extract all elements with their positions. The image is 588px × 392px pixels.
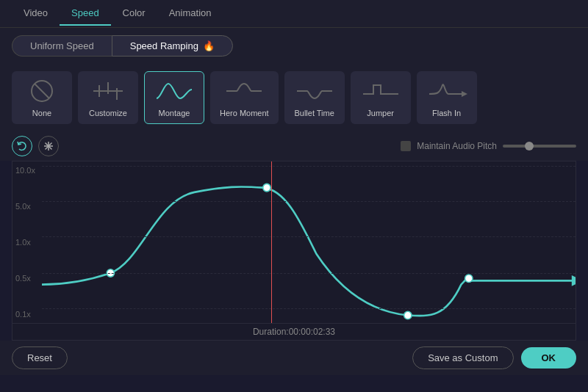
y-label-01: 0.1x bbox=[15, 310, 39, 319]
svg-point-13 bbox=[263, 184, 270, 191]
preset-hero-icon bbox=[223, 78, 265, 104]
preset-jumper-icon bbox=[360, 78, 401, 104]
svg-marker-6 bbox=[462, 91, 467, 97]
ok-button[interactable]: OK bbox=[521, 347, 577, 369]
preset-customize-icon bbox=[87, 78, 129, 104]
y-label-05: 0.5x bbox=[15, 274, 39, 283]
audio-pitch-label: Maintain Audio Pitch bbox=[417, 141, 497, 151]
preset-hero[interactable]: Hero Moment bbox=[210, 71, 279, 124]
save-custom-button[interactable]: Save as Custom bbox=[412, 346, 513, 369]
preset-flashin[interactable]: Flash In bbox=[417, 71, 477, 124]
freeze-icon[interactable] bbox=[38, 136, 59, 156]
preset-jumper-label: Jumper bbox=[367, 109, 394, 117]
preset-customize-label: Customize bbox=[89, 109, 127, 117]
top-nav: Video Speed Color Animation bbox=[0, 0, 588, 28]
preset-none-label: None bbox=[32, 109, 51, 117]
controls-bar: Maintain Audio Pitch bbox=[0, 131, 588, 161]
tab-video[interactable]: Video bbox=[12, 1, 60, 26]
audio-pitch-control: Maintain Audio Pitch bbox=[401, 141, 576, 151]
audio-pitch-slider[interactable] bbox=[503, 145, 576, 148]
chart-container: 10.0x 5.0x 1.0x 0.5x 0.1x bbox=[12, 161, 576, 324]
svg-point-14 bbox=[404, 311, 412, 319]
preset-flashin-icon bbox=[426, 78, 467, 104]
presets-row: None Customize Montage Hero Moment Bulle… bbox=[0, 64, 588, 131]
playhead-line bbox=[271, 161, 272, 323]
speed-ramping-label: Speed Ramping bbox=[130, 40, 198, 51]
y-label-1: 1.0x bbox=[15, 238, 39, 247]
preset-bullet-label: Bullet Time bbox=[294, 109, 334, 117]
grid-line-3 bbox=[42, 236, 576, 237]
bottom-bar: Reset Save as Custom OK bbox=[0, 341, 588, 375]
undo-icon[interactable] bbox=[12, 136, 32, 156]
tab-color[interactable]: Color bbox=[111, 1, 157, 26]
speed-toggle-bar: Uniform Speed Speed Ramping 🔥 bbox=[0, 28, 588, 64]
svg-point-15 bbox=[465, 275, 473, 282]
grid-line-1 bbox=[42, 166, 576, 167]
grid-line-4 bbox=[42, 273, 576, 274]
grid-line-2 bbox=[42, 201, 576, 202]
speed-curve-svg bbox=[42, 161, 576, 323]
right-buttons: Save as Custom OK bbox=[412, 346, 576, 369]
y-label-10: 10.0x bbox=[15, 166, 39, 175]
preset-montage-label: Montage bbox=[159, 109, 190, 117]
svg-line-1 bbox=[35, 84, 49, 98]
preset-customize[interactable]: Customize bbox=[78, 71, 138, 124]
preset-bullet[interactable]: Bullet Time bbox=[284, 71, 345, 124]
audio-pitch-checkbox[interactable] bbox=[401, 141, 411, 151]
audio-pitch-slider-thumb bbox=[525, 142, 534, 150]
preset-hero-label: Hero Moment bbox=[220, 109, 269, 117]
preset-none[interactable]: None bbox=[12, 71, 72, 124]
grid-line-5 bbox=[42, 308, 576, 309]
svg-marker-11 bbox=[572, 275, 576, 286]
reset-button[interactable]: Reset bbox=[12, 346, 68, 369]
tab-speed[interactable]: Speed bbox=[60, 1, 111, 26]
tab-animation[interactable]: Animation bbox=[157, 1, 223, 26]
preset-none-icon bbox=[21, 78, 62, 104]
fire-icon: 🔥 bbox=[203, 40, 215, 51]
preset-bullet-icon bbox=[294, 78, 335, 104]
duration-label: Duration:00:00:02:33 bbox=[12, 324, 576, 341]
preset-flashin-label: Flash In bbox=[432, 109, 461, 117]
preset-montage[interactable]: Montage bbox=[144, 71, 204, 124]
chart-svg-area bbox=[42, 161, 576, 323]
y-axis: 10.0x 5.0x 1.0x 0.5x 0.1x bbox=[12, 161, 42, 323]
preset-montage-icon bbox=[154, 78, 195, 104]
speed-ramping-btn[interactable]: Speed Ramping 🔥 bbox=[112, 35, 233, 57]
y-label-5: 5.0x bbox=[15, 202, 39, 211]
uniform-speed-btn[interactable]: Uniform Speed bbox=[12, 35, 112, 57]
preset-jumper[interactable]: Jumper bbox=[351, 71, 411, 124]
